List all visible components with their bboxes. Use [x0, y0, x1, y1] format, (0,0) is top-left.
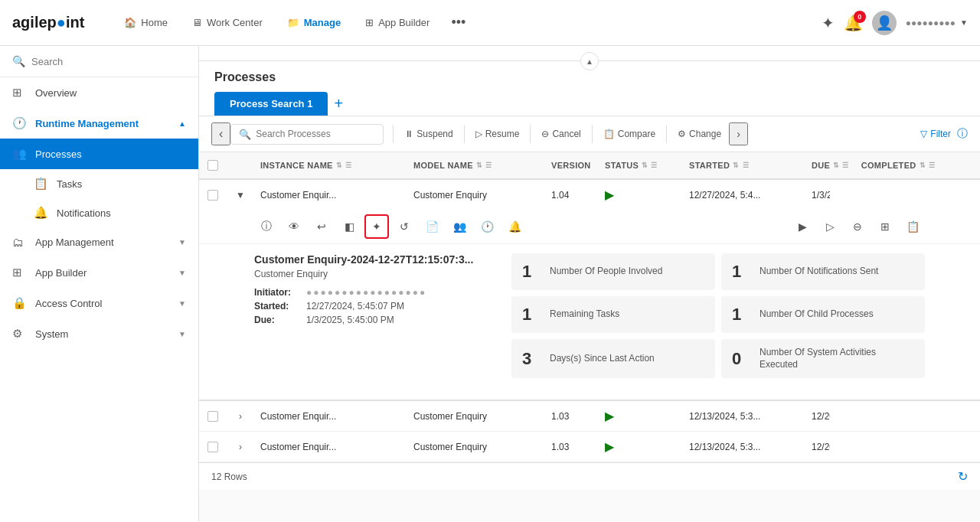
app-management-icon: 🗂 [12, 236, 28, 249]
th-started-filter-icon[interactable]: ☰ [743, 161, 749, 169]
td-expand-2[interactable]: › [227, 401, 254, 431]
model-name-2: Customer Enquiry [413, 411, 487, 422]
sidebar-item-processes[interactable]: 👥 Processes [0, 139, 198, 169]
header-checkbox[interactable] [207, 160, 218, 171]
toolbar-back-button[interactable]: ‹ [211, 122, 230, 145]
stat-card-5: 0 Number Of System Activities Executed [721, 339, 925, 378]
th-due-sort-icon[interactable]: ⇅ [833, 161, 839, 169]
nav-user[interactable]: ●●●●●●●●● ▼ [906, 18, 968, 28]
td-started-1: 12/27/2024, 5:4... [683, 180, 805, 210]
info-button[interactable]: ⓘ [957, 127, 968, 141]
th-model-filter-icon[interactable]: ☰ [485, 161, 492, 169]
td-version-2: 1.03 [545, 401, 599, 431]
compare-button[interactable]: 📋 Compare [596, 125, 663, 143]
process-edit-button[interactable]: ↩ [309, 214, 334, 239]
layout: 🔍 ⊞ Overview 🕐 Runtime Management ▲ 👥 Pr… [0, 46, 980, 522]
search-input[interactable] [31, 56, 186, 67]
puzzle-icon[interactable]: ✦ [822, 14, 835, 32]
sidebar-item-runtime-management[interactable]: 🕐 Runtime Management ▲ [0, 108, 198, 139]
sidebar-item-overview[interactable]: ⊞ Overview [0, 77, 198, 108]
process-settings-button[interactable]: ◧ [337, 214, 361, 239]
collapse-toggle[interactable]: ▲ [580, 52, 599, 70]
app-builder-icon: ⊞ [12, 266, 28, 279]
sidebar-item-access-control[interactable]: 🔒 Access Control ▼ [0, 288, 198, 318]
lock-icon: 🔒 [12, 296, 28, 310]
refresh-button[interactable]: ↻ [958, 469, 968, 484]
th-status-sort-icon[interactable]: ⇅ [642, 161, 648, 169]
expand-icon-2[interactable]: › [239, 411, 242, 422]
tab-process-search[interactable]: Process Search 1 [214, 92, 328, 116]
stat-label-4: Days(s) Since Last Action [550, 353, 655, 365]
nav-home[interactable]: 🏠 Home [115, 12, 177, 33]
th-due-filter-icon[interactable]: ☰ [842, 161, 848, 169]
started-2: 12/13/2024, 5:3... [689, 411, 760, 422]
expand-icon-3[interactable]: › [239, 442, 242, 452]
change-button[interactable]: ⚙ Change [670, 125, 729, 143]
sidebar-search[interactable]: 🔍 [0, 46, 198, 77]
expand-icon-1[interactable]: ▼ [236, 190, 245, 201]
stat-label-1: Number Of Notifications Sent [760, 266, 878, 278]
logo[interactable]: agilep●int [12, 14, 84, 31]
th-completed-filter-icon[interactable]: ☰ [929, 161, 935, 169]
nav-bell-wrapper[interactable]: 🔔 0 [844, 14, 863, 32]
process-highlighted-button[interactable]: ✦ [364, 214, 389, 239]
stat-card-0: 1 Number Of People Involved [511, 253, 715, 290]
th-started-label: Started [689, 161, 730, 170]
td-checkbox-2[interactable] [199, 401, 227, 431]
th-model-sort-icon[interactable]: ⇅ [476, 161, 482, 169]
nav-more[interactable]: ••• [445, 10, 472, 35]
resume-button[interactable]: ▷ Resume [468, 125, 528, 143]
sidebar-item-tasks[interactable]: 📋 Tasks [0, 169, 198, 198]
toolbar-search[interactable]: 🔍 [230, 124, 384, 145]
process-copy-button[interactable]: 📋 [900, 214, 925, 239]
th-status-filter-icon[interactable]: ☰ [651, 161, 657, 169]
process-play2-button[interactable]: ▷ [818, 214, 842, 239]
process-play-button[interactable]: ▶ [790, 214, 815, 239]
th-instance-sort-icon[interactable]: ⇅ [336, 161, 342, 169]
th-started-sort-icon[interactable]: ⇅ [733, 161, 739, 169]
toolbar-search-input[interactable] [256, 129, 371, 139]
td-checkbox-3[interactable] [199, 432, 227, 462]
th-instance-filter-icon[interactable]: ☰ [345, 161, 351, 169]
suspend-button[interactable]: ⏸ Suspend [397, 125, 460, 143]
cancel-icon: ⊖ [541, 129, 549, 139]
sidebar-item-system[interactable]: ⚙ System ▼ [0, 318, 198, 349]
process-grid-button[interactable]: ⊞ [873, 214, 897, 239]
system-chevron-icon: ▼ [178, 330, 186, 338]
filter-button[interactable]: ▽ Filter [920, 129, 951, 139]
process-undo-button[interactable]: ↺ [392, 214, 416, 239]
process-cancel-button[interactable]: ⊖ [845, 214, 870, 239]
nav-work-center[interactable]: 🖥 Work Center [183, 12, 272, 33]
toolbar-more-button[interactable]: › [729, 122, 748, 145]
process-info-button[interactable]: ⓘ [254, 214, 279, 239]
process-clock-button[interactable]: 🕐 [475, 214, 499, 239]
sidebar-item-app-management[interactable]: 🗂 App Management ▼ [0, 227, 198, 257]
process-bell-button[interactable]: 🔔 [502, 214, 527, 239]
version-1: 1.04 [551, 190, 569, 201]
row1-checkbox[interactable] [207, 190, 218, 201]
started-3: 12/13/2024, 5:3... [689, 442, 760, 452]
sidebar-item-notifications[interactable]: 🔔 Notifications [0, 198, 198, 227]
cancel-button[interactable]: ⊖ Cancel [534, 125, 588, 143]
row3-checkbox[interactable] [207, 442, 218, 452]
sidebar-item-app-builder[interactable]: ⊞ App Builder ▼ [0, 257, 198, 288]
td-expand-3[interactable]: › [227, 432, 254, 462]
tab-add-button[interactable]: + [334, 95, 343, 113]
td-expand-1[interactable]: ▼ [227, 180, 254, 210]
nav-app-builder[interactable]: ⊞ App Builder [356, 12, 439, 33]
row2-checkbox[interactable] [207, 411, 218, 422]
tab-bar: Process Search 1 + [214, 92, 965, 116]
change-icon: ⚙ [678, 129, 686, 139]
nav-manage[interactable]: 📁 Manage [278, 12, 350, 33]
nav-username: ●●●●●●●●● [906, 18, 956, 28]
avatar[interactable]: 👤 [872, 11, 897, 35]
process-view-button[interactable]: 👁 [282, 214, 306, 239]
resume-label: Resume [485, 129, 520, 139]
process-users-button[interactable]: 👥 [447, 214, 472, 239]
table-header: Instance Name ⇅ ☰ Model Name ⇅ ☰ Version… [199, 152, 980, 180]
td-checkbox-1[interactable] [199, 180, 227, 210]
home-icon: 🏠 [124, 17, 136, 28]
th-completed-sort-icon[interactable]: ⇅ [920, 161, 926, 169]
td-instance-name-3: Customer Enquir... [254, 432, 407, 462]
process-doc-button[interactable]: 📄 [420, 214, 444, 239]
